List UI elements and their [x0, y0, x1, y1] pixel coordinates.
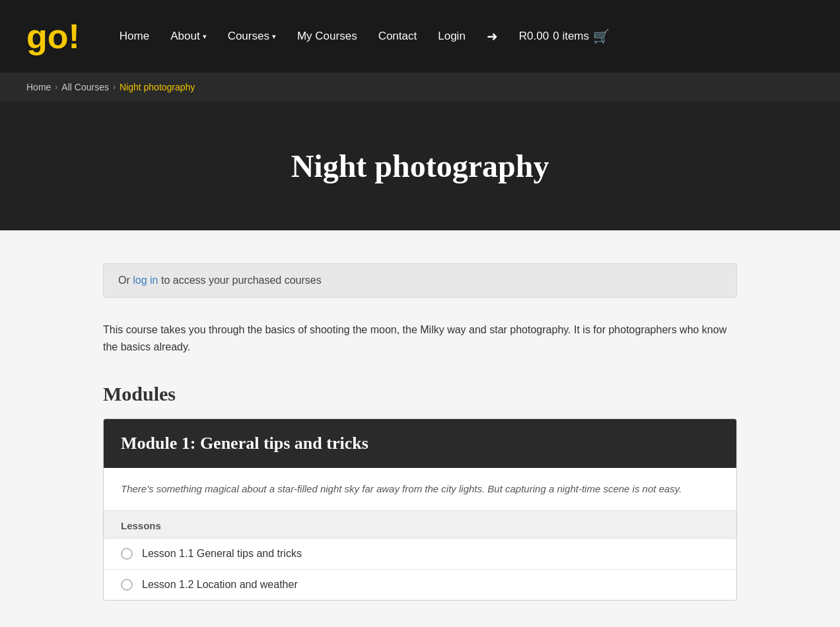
module-1-header: Module 1: General tips and tricks [104, 419, 736, 468]
module-1-description: There's something magical about a star-f… [104, 468, 736, 511]
sep-2: › [113, 82, 116, 92]
course-description: This course takes you through the basics… [103, 321, 737, 356]
courses-chevron-icon: ▾ [272, 32, 276, 41]
lesson-1-1-label: Lesson 1.1 General tips and tricks [142, 548, 302, 560]
breadcrumb: Home › All Courses › Night photography [0, 73, 840, 102]
nav-my-courses[interactable]: My Courses [297, 30, 357, 43]
lessons-header: Lessons [104, 511, 736, 539]
site-header: go! Home About ▾ Courses ▾ My Courses Co… [0, 0, 840, 73]
logo-text: go! [26, 19, 80, 53]
login-notice-prefix: Or [118, 275, 130, 286]
breadcrumb-current: Night photography [120, 82, 195, 92]
nav-home[interactable]: Home [120, 30, 149, 43]
main-content: Or log in to access your purchased cours… [90, 230, 750, 627]
sep-1: › [55, 82, 57, 92]
cart-icon[interactable]: 🛒 [593, 28, 610, 44]
lesson-1-1[interactable]: Lesson 1.1 General tips and tricks [104, 539, 736, 570]
cart-items: 0 items [553, 30, 589, 43]
page-title: Night photography [26, 148, 814, 184]
lesson-1-2[interactable]: Lesson 1.2 Location and weather [104, 570, 736, 600]
nav-courses[interactable]: Courses ▾ [228, 30, 276, 43]
breadcrumb-home[interactable]: Home [26, 82, 51, 92]
lesson-1-1-radio[interactable] [121, 548, 133, 560]
module-1-block: Module 1: General tips and tricks There'… [103, 418, 737, 601]
module-1-title: Module 1: General tips and tricks [121, 434, 719, 453]
login-notice-suffix: to access your purchased courses [161, 275, 322, 286]
about-chevron-icon: ▾ [203, 32, 207, 41]
cart-area[interactable]: R0.00 0 items 🛒 [519, 28, 610, 44]
login-link[interactable]: log in [133, 275, 158, 286]
nav-contact[interactable]: Contact [378, 30, 417, 43]
cart-price: R0.00 [519, 30, 549, 43]
nav-about-link[interactable]: About [170, 30, 199, 43]
breadcrumb-all-courses[interactable]: All Courses [61, 82, 109, 92]
main-nav: Home About ▾ Courses ▾ My Courses Contac… [120, 28, 814, 44]
logo[interactable]: go! [26, 19, 80, 53]
nav-about[interactable]: About ▾ [170, 30, 206, 43]
modules-heading: Modules [103, 383, 737, 405]
login-notice: Or log in to access your purchased cours… [103, 263, 737, 298]
lessons-section: Lessons Lesson 1.1 General tips and tric… [104, 511, 736, 600]
nav-login[interactable]: Login [438, 30, 466, 43]
lesson-1-2-label: Lesson 1.2 Location and weather [142, 579, 298, 591]
nav-courses-link[interactable]: Courses [228, 30, 269, 43]
login-arrow-icon[interactable]: ➜ [487, 28, 498, 44]
lesson-1-2-radio[interactable] [121, 579, 133, 591]
hero-section: Night photography [0, 102, 840, 230]
